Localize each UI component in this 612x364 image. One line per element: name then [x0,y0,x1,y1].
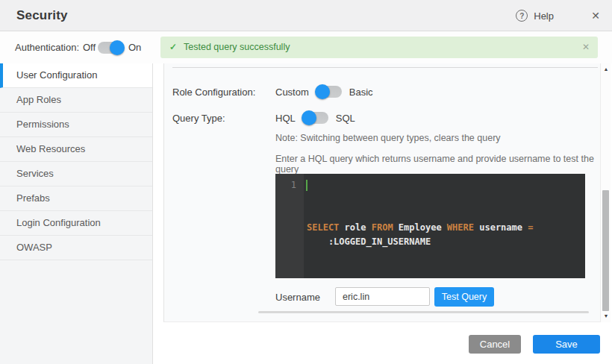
help-icon[interactable]: ? [516,10,528,22]
sidebar-item-app-roles[interactable]: App Roles [0,88,152,113]
scroll-down-arrow-icon[interactable]: ▼ [601,313,611,318]
cancel-button[interactable]: Cancel [469,335,521,354]
authentication-label: Authentication: [15,31,79,63]
query-sql-label: SQL [336,113,355,124]
auth-on-label: On [128,31,141,63]
success-banner-text: Tested query successfully [184,37,290,58]
test-query-button[interactable]: Test Query [434,287,494,307]
scrollbar-thumb[interactable] [602,190,609,311]
toggle-knob [302,110,316,125]
sidebar-item-permissions[interactable]: Permissions [0,113,152,137]
page-title: Security [16,0,68,31]
dialog-header: Security ? Help ✕ [0,0,612,31]
help-label[interactable]: Help [534,10,554,22]
editor-caret [306,180,307,191]
role-configuration-control: Custom Basic [275,86,373,98]
toggle-knob [110,40,125,55]
query-code-editor[interactable]: 1 SELECT role FROM Employee WHERE userna… [275,174,585,278]
role-configuration-label: Role Configuration: [172,87,255,98]
role-configuration-toggle[interactable] [316,86,342,98]
section-divider [172,67,598,68]
success-banner: ✓ Tested query successfully ✕ [160,37,598,58]
username-label: Username [275,292,320,303]
sidebar-item-login-configuration[interactable]: Login Configuration [0,211,152,236]
authentication-toggle[interactable] [98,42,123,54]
query-hql-label: HQL [275,113,296,124]
help-button[interactable]: ? Help [516,0,554,31]
query-type-toggle[interactable] [303,112,328,124]
save-button[interactable]: Save [533,335,600,354]
role-basic-label: Basic [349,87,373,98]
role-custom-label: Custom [275,87,309,98]
horizontal-scrollbar[interactable] [258,311,589,313]
query-instruction-text: Enter a HQL query which returns username… [275,154,600,175]
check-icon: ✓ [169,37,177,58]
auth-off-label: Off [83,31,96,63]
sidebar-item-web-resources[interactable]: Web Resources [0,137,152,162]
toggle-knob [315,84,330,99]
dialog-footer: Cancel Save [153,322,612,364]
toolbar: Authentication: Off On ✓ Tested query su… [0,31,612,63]
query-type-control: HQL SQL [275,112,355,124]
user-configuration-panel: Role Configuration: Custom Basic Query T… [163,63,600,322]
banner-close-icon[interactable]: ✕ [582,37,590,58]
sidebar-item-user-configuration[interactable]: User Configuration [0,63,152,88]
scroll-up-arrow-icon[interactable]: ▲ [601,66,611,72]
sidebar-item-prefabs[interactable]: Prefabs [0,186,152,211]
query-type-label: Query Type: [172,113,225,124]
sidebar: User Configuration App Roles Permissions… [0,63,153,364]
close-icon[interactable]: ✕ [588,0,603,31]
editor-code: SELECT role FROM Employee WHERE username… [304,174,585,278]
security-dialog: Security ? Help ✕ Authentication: Off On… [0,0,612,364]
sidebar-item-services[interactable]: Services [0,162,152,186]
query-note-text: Note: Switching between query types, cle… [275,133,501,143]
sidebar-item-owasp[interactable]: OWASP [0,236,152,260]
vertical-scrollbar[interactable]: ▲ ▼ [600,63,611,322]
username-input[interactable] [335,287,430,306]
editor-gutter: 1 [275,174,304,278]
